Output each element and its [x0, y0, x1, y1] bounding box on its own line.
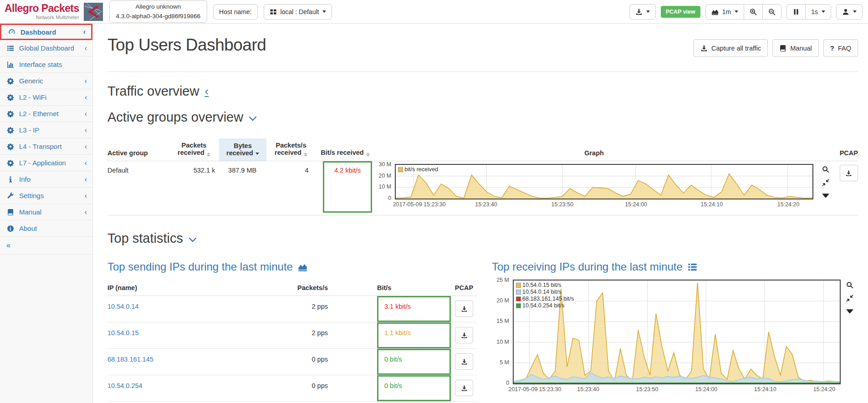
sidebar-item-dashboard[interactable]: Dashboard ‹	[0, 24, 92, 40]
user-menu-button[interactable]	[836, 4, 863, 20]
compress-icon[interactable]	[822, 179, 829, 186]
column-header-graph: Graph	[584, 149, 604, 161]
refresh-interval-button[interactable]: 1s	[805, 4, 831, 20]
sidebar-item-l2-ethernet[interactable]: L2 - Ethernet ‹	[0, 106, 92, 122]
zoom-out-button[interactable]	[762, 4, 781, 20]
bits-highlight-box: 3.1 kbit/s	[377, 296, 451, 322]
sidebar-item-generic[interactable]: Generic ‹	[0, 73, 92, 89]
sidebar-item-label: Generic	[19, 77, 43, 85]
column-header-packets-received[interactable]: Packets received	[169, 142, 219, 161]
compress-icon[interactable]	[846, 295, 853, 302]
ip-link[interactable]: 10.54.0.254	[107, 382, 143, 389]
list-icon[interactable]	[688, 262, 697, 272]
chart-plot-area[interactable]: 10.54.0.15 bit/s10.54.0.14 bit/s68.183.1…	[513, 280, 841, 384]
book-icon	[6, 209, 15, 216]
manual-button[interactable]: Manual	[772, 39, 819, 57]
pcap-download-button[interactable]	[455, 301, 473, 317]
sidebar-item-about[interactable]: About	[0, 220, 92, 237]
chart-controls	[820, 166, 832, 199]
y-axis-labels: 05 M10 M15 M20 M25 M	[492, 280, 513, 384]
caret-down-icon	[853, 10, 857, 13]
caret-down-icon[interactable]	[846, 308, 853, 315]
column-header-active-group: Active group	[107, 149, 148, 161]
pps-value: 2 pps	[269, 296, 377, 322]
gear-icon	[6, 77, 15, 85]
wrench-icon	[6, 192, 15, 199]
pcap-download-button[interactable]	[455, 327, 473, 343]
column-header-bits-per-s[interactable]: Bit/s received	[321, 149, 369, 161]
caret-down-icon[interactable]	[822, 192, 829, 199]
area-chart-icon[interactable]	[298, 262, 307, 272]
pause-button[interactable]	[786, 4, 806, 20]
pcap-download-button[interactable]	[455, 353, 473, 370]
sidebar-item-label: About	[19, 224, 37, 232]
area-chart-icon	[711, 8, 719, 15]
pps-value: 0 pps	[269, 375, 377, 402]
faq-button[interactable]: ? FAQ	[823, 39, 858, 57]
pcap-download-button[interactable]	[455, 380, 473, 396]
zoom-in-button[interactable]	[744, 4, 763, 20]
brand-text: Allegro Packets Network Multimeter	[5, 3, 79, 20]
sidebar-item-l2-wifi[interactable]: L2 - WiFi ‹	[0, 89, 92, 106]
gear-icon	[6, 110, 15, 117]
chart-legend: 10.54.0.15 bit/s10.54.0.14 bit/s68.183.1…	[516, 282, 574, 309]
column-header-pcap: PCAP	[840, 149, 858, 161]
download-menu-button[interactable]	[629, 4, 656, 20]
chevron-down-icon[interactable]	[189, 237, 197, 243]
pcap-view-badge[interactable]: PCAP view	[661, 6, 700, 18]
traffic-overview-expand-link[interactable]: ‹	[204, 84, 209, 98]
navbar-right: PCAP view 1m 1s	[629, 4, 863, 20]
column-header-packets-per-s[interactable]: Packets/s received	[266, 142, 316, 161]
sort-icon	[304, 153, 307, 157]
sidebar-item-l7-application[interactable]: L7 - Application ‹	[0, 155, 92, 171]
brand[interactable]: Allegro Packets Network Multimeter	[5, 3, 103, 21]
sidebar-item-l3-ip[interactable]: L3 - IP ‹	[0, 122, 92, 138]
top-navbar: Allegro Packets Network Multimeter Alleg…	[0, 0, 868, 24]
time-range-button[interactable]: 1m	[705, 4, 744, 20]
chevron-left-icon: ‹	[85, 175, 87, 184]
sidebar-collapse-button[interactable]: «	[0, 237, 92, 255]
bits-received-highlight-box: 4.2 kbit/s	[323, 161, 372, 213]
capture-all-traffic-button[interactable]: Capture all traffic	[694, 39, 768, 57]
sidebar-item-l4-transport[interactable]: L4 - Transport ‹	[0, 138, 92, 155]
chevron-left-icon: ‹	[85, 77, 87, 85]
pcap-download-button[interactable]	[840, 165, 858, 181]
top-sending-heading: Top sending IPs during the last minute	[107, 260, 477, 273]
pps-value: 2 pps	[269, 322, 377, 349]
ip-link[interactable]: 10.54.0.15	[107, 329, 139, 337]
top-statistics-heading: Top statistics	[107, 231, 858, 246]
ip-link[interactable]: 10.54.0.14	[107, 303, 139, 310]
sidebar-item-label: Interface stats	[19, 61, 62, 68]
table-row: 10.54.0.254 0 pps 0 bit/s	[107, 375, 477, 402]
column-header-bits: Bit/s	[377, 281, 451, 296]
download-icon	[461, 306, 468, 312]
chart-plot-area[interactable]: bit/s received	[395, 164, 813, 199]
hostname-label: Host name:	[213, 4, 258, 20]
sidebar: Dashboard ‹ Global Dashboard ‹ Interface…	[0, 24, 93, 403]
ip-link[interactable]: 68.183.161.145	[107, 356, 153, 363]
sidebar-item-global-dashboard[interactable]: Global Dashboard ‹	[0, 40, 92, 56]
page-header-buttons: Capture all traffic Manual ? FAQ	[694, 36, 858, 57]
chevron-down-icon[interactable]	[249, 116, 257, 122]
caret-down-icon	[646, 10, 650, 13]
sidebar-item-info[interactable]: Info ‹	[0, 171, 92, 188]
gear-icon	[6, 127, 15, 134]
download-icon	[461, 358, 468, 365]
sidebar-item-manual[interactable]: Manual ‹	[0, 204, 92, 220]
top-sending-link[interactable]: Top sending IPs during the last minute	[107, 260, 293, 273]
column-header-bytes-received[interactable]: Bytes received	[219, 138, 266, 161]
sidebar-item-settings[interactable]: Settings ‹	[0, 188, 92, 204]
zoom-icon[interactable]	[822, 166, 829, 173]
active-groups-table: Active group Packets received Bytes rece…	[107, 138, 858, 215]
top-receiving-link[interactable]: Top receiving IPs during the last minute	[492, 260, 683, 273]
sidebar-item-label: L7 - Application	[19, 159, 66, 167]
traffic-overview-heading: Traffic overview ‹	[107, 84, 858, 99]
caret-down-icon	[822, 10, 825, 13]
zoom-icon[interactable]	[846, 281, 853, 289]
chevron-left-icon: ‹	[85, 126, 87, 134]
top-receiving-section: Top receiving IPs during the last minute…	[492, 248, 858, 393]
bits-highlight-box: 1.1 kbit/s	[377, 322, 451, 348]
interface-selector[interactable]: local : Default	[264, 4, 332, 20]
sidebar-item-interface-stats[interactable]: Interface stats	[0, 56, 92, 73]
top-receiving-heading: Top receiving IPs during the last minute	[492, 260, 858, 273]
